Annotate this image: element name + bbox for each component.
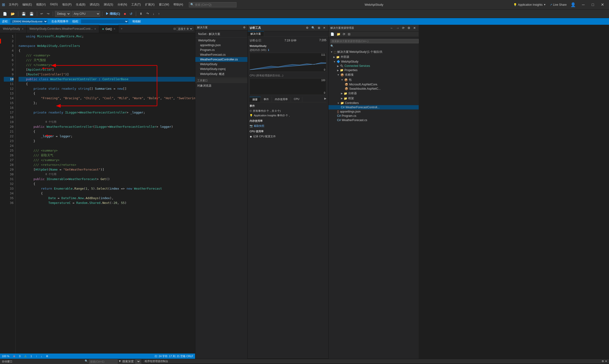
pause-button[interactable]: ⏸ [138,12,144,16]
diag-zoom-icon[interactable]: ⊞ [317,26,321,30]
tab-controller[interactable]: WebApiStudy.Controllers.WeatherForecastC… [27,25,99,33]
se-new-file-icon[interactable]: 📄 [329,32,335,36]
se-collapse-icon[interactable]: ⊟ [347,32,351,36]
aw-search-icon[interactable]: 🔍 [85,360,88,364]
user-avatar[interactable]: 👤 [570,2,576,7]
menu-test[interactable]: 测试(S) [102,2,115,8]
open-file-button[interactable]: 📂 [9,12,16,16]
code-content[interactable]: using Microsoft.AspNetCore.Mvc; namespac… [16,33,195,353]
step-into-button[interactable]: ↓ [151,12,156,16]
diag-search-icon[interactable]: 🔍 [311,26,316,30]
save-all-button[interactable]: 💾 [28,12,35,16]
external-sources-item[interactable]: ▶ 📁 外部源 [328,54,419,59]
redo-button[interactable]: ↪ [45,12,51,16]
add-tab-button[interactable]: + [118,25,125,33]
menu-build[interactable]: 生成(B) [74,2,87,8]
swashbuckle-item[interactable]: 📦 Swashbuckle.AspNetC... [328,87,419,91]
editor-settings-icon[interactable]: ⚙ [46,355,48,358]
save-button[interactable]: 💾 [20,12,27,16]
dependencies-item[interactable]: ▼ 📦 依赖项 [328,72,419,77]
minimize-button[interactable]: ─ [579,0,588,10]
cpu-record-button[interactable]: ⏺ 记录 CPU 配置文件 [249,135,326,138]
aw-filter-button[interactable]: ▼ [118,360,121,364]
diag-tab-solution[interactable]: 解决方案 [248,31,264,36]
se-forward-icon[interactable]: → [395,26,400,30]
breadcrumb-select[interactable]: 选项卡 ⚙ [177,27,193,31]
webapiclient2-item[interactable]: WebApiStudy [195,62,247,67]
menu-edit[interactable]: 编辑(E) [20,2,34,8]
se-back-icon[interactable]: ← [389,26,394,30]
menu-tools[interactable]: 工具(T) [130,2,143,8]
snapshot-button[interactable]: 📷 截取快照 [249,124,326,128]
close-button[interactable]: ✕ [597,0,607,10]
undo-button[interactable]: ↩ [39,12,44,16]
debug-config-select[interactable]: Debug [55,11,71,17]
tab-close-icon[interactable]: ✕ [94,28,96,30]
menu-analyze[interactable]: 分析(N) [116,2,129,8]
tab-webapiclient[interactable]: WebApiStudy ✕ [0,25,27,33]
pm-settings-icon[interactable]: ⚙ [602,360,604,363]
se-refresh-icon[interactable]: ⟳ [342,32,346,36]
menu-file[interactable]: 文件(F) [7,2,20,8]
stop-button[interactable]: ■ [123,12,127,16]
step-out-button[interactable]: ↑ [157,12,161,16]
ms-aspnetcore-item[interactable]: 📦 Microsoft.AspNetCore. [328,82,419,87]
diag-tab-cpu[interactable]: CPU [291,97,302,102]
weatherforecast-file-item[interactable]: C# WeatherForecast.cs [328,118,419,122]
continue-button[interactable]: ▶ 继续(C) [104,11,122,16]
diag-close-icon[interactable]: ✕ [322,26,326,30]
properties-item[interactable]: ▶ 📁 Properties [328,68,419,72]
step-over-button[interactable]: ↷ [145,12,150,16]
tab-close-icon[interactable]: ✕ [22,28,24,30]
program-item[interactable]: Program.cs [195,48,247,52]
diag-tab-events[interactable]: 事件 [261,97,272,102]
platform-select[interactable]: Any CPU [72,11,100,17]
new-file-button[interactable]: 📄 [1,12,8,16]
search-depth-select[interactable] [135,360,141,364]
pm-close-icon[interactable]: ✕ [605,360,607,363]
menu-git[interactable]: Git(G) [48,2,60,8]
nuget-item[interactable]: NuGet - 解决方案 [195,31,247,37]
wfc-file-item[interactable]: C# WeatherForecastControll... [328,105,419,109]
se-sync-icon[interactable]: ⟳ [401,26,406,30]
csproj-item[interactable]: WebApiStudy.csproj [195,67,247,71]
diag-tab-memory[interactable]: 内存使用率 [272,97,291,102]
se-search-input[interactable] [330,39,419,43]
tab-close-icon[interactable]: ✕ [114,28,115,30]
project-item[interactable]: WebApiStudy [195,38,247,43]
appsettings-file-item[interactable]: {} appsettings.json [328,109,419,114]
connected-services-item[interactable]: ▶ 🔌 Connected Services [328,64,419,68]
live-share-button[interactable]: ↗ Live Share [548,3,569,7]
global-search-input[interactable] [189,2,236,7]
analyzers-item[interactable]: ▶ 📁 分析器 [328,91,419,96]
program-file-item[interactable]: C# Program.cs [328,114,419,118]
weatherforecast-item[interactable]: WeatherForecast.cs [195,52,247,57]
panel-settings-icon[interactable]: ⚙ [243,26,246,29]
diag-tab-summary[interactable]: 摘要 [249,97,261,102]
solution-root-item[interactable]: ▼ ⬚ 解决方案'WebApiStudy'(1 个项目/共 [328,50,419,54]
thread-select[interactable] [81,19,129,24]
navigate-up-button[interactable]: ↑ [36,355,37,358]
restart-button[interactable]: ↺ [128,12,134,16]
tab-get[interactable]: ◈ Get() ✕ [99,25,118,33]
project-item[interactable]: ▼ 🔷 WebApiStudy [328,59,419,64]
process-select[interactable]: [35664] WebApiStudy.exe [10,19,48,24]
aw-search-input[interactable] [89,360,117,364]
menu-window[interactable]: 窗口(W) [157,2,171,8]
menu-debug[interactable]: 调试(D) [88,2,101,8]
controllers-folder-item[interactable]: ▼ 📁 Controllers [328,101,419,105]
menu-help[interactable]: 帮助(H) [171,2,185,8]
overview-item[interactable]: WebApiStudy: 概述 [195,71,247,77]
appsettings-item[interactable]: appsettings.json [195,43,247,48]
diag-expand-icon[interactable]: ▶ [324,97,326,102]
maximize-button[interactable]: □ [588,0,597,10]
split-editor-icon[interactable]: ⊟ [173,27,176,30]
controller-item[interactable]: WeatherForecastController.cs [195,57,247,62]
diag-settings-icon[interactable]: ⚙ [305,26,310,30]
menu-view[interactable]: 视图(V) [34,2,48,8]
frameworks-item[interactable]: ▶ 📁 框架 [328,96,419,101]
menu-project[interactable]: 项目(P) [60,2,74,8]
app-insights-button[interactable]: 💡 Application Insights ▼ [511,3,548,7]
navigate-down-button[interactable]: ↓ [41,355,42,358]
se-settings-icon[interactable]: ⚙ [407,26,411,30]
